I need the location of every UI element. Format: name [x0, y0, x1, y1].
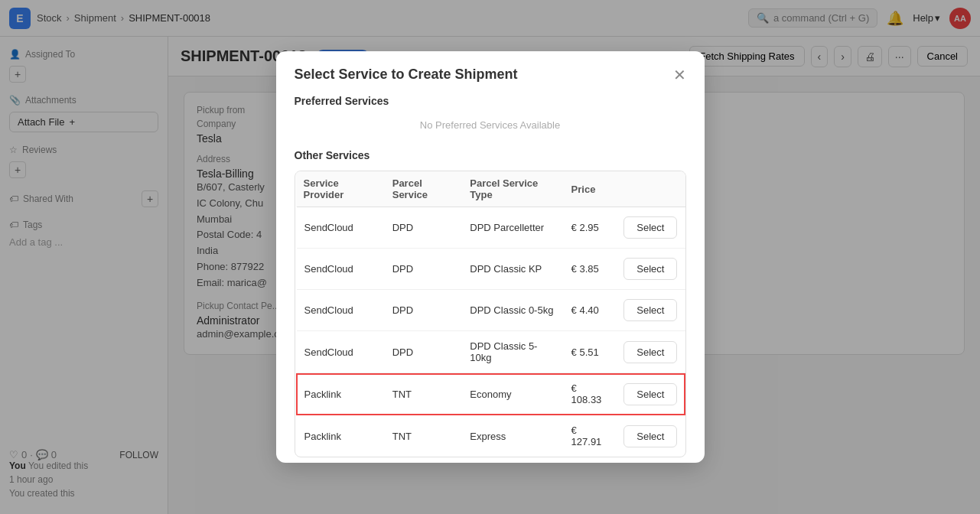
select-service-button[interactable]: Select [623, 425, 677, 447]
modal: Select Service to Create Shipment ✕ Pref… [276, 51, 705, 463]
table-row: SendCloudDPDDPD Classic KP€ 3.85Select [296, 249, 685, 290]
table-header: Service Provider Parcel Service Parcel S… [296, 171, 685, 207]
parcel-cell: DPD [385, 207, 463, 249]
services-table-wrapper: Service Provider Parcel Service Parcel S… [295, 171, 686, 457]
col-parcel-service-type: Parcel Service Type [462, 171, 563, 207]
provider-cell: SendCloud [296, 290, 385, 331]
modal-title: Select Service to Create Shipment [295, 67, 518, 83]
modal-header: Select Service to Create Shipment ✕ [276, 51, 705, 95]
action-cell: Select [616, 207, 685, 249]
type-cell: Express [462, 415, 563, 457]
col-parcel-service: Parcel Service [385, 171, 463, 207]
type-cell: DPD Classic KP [462, 249, 563, 290]
price-cell: € 127.91 [564, 415, 617, 457]
select-service-button[interactable]: Select [623, 299, 677, 321]
modal-close-button[interactable]: ✕ [673, 67, 686, 83]
action-cell: Select [616, 249, 685, 290]
price-cell: € 2.95 [564, 207, 617, 249]
modal-body: Preferred Services No Preferred Services… [276, 95, 705, 463]
type-cell: DPD Classic 0-5kg [462, 290, 563, 331]
services-table: Service Provider Parcel Service Parcel S… [295, 171, 685, 457]
other-services-label: Other Services [295, 149, 686, 161]
services-tbody: SendCloudDPDDPD Parcelletter€ 2.95Select… [296, 207, 685, 457]
type-cell: Economy [462, 373, 563, 415]
select-service-button[interactable]: Select [623, 383, 677, 405]
price-cell: € 3.85 [564, 249, 617, 290]
type-cell: DPD Classic 5-10kg [462, 331, 563, 373]
provider-cell: SendCloud [296, 249, 385, 290]
type-cell: DPD Parcelletter [462, 207, 563, 249]
select-service-button[interactable]: Select [623, 258, 677, 280]
price-cell: € 5.51 [564, 331, 617, 373]
col-service-provider: Service Provider [296, 171, 385, 207]
action-cell: Select [616, 331, 685, 373]
table-row: PacklinkTNTEconomy€ 108.33Select [296, 373, 685, 415]
action-cell: Select [616, 373, 685, 415]
no-preferred-message: No Preferred Services Available [295, 113, 686, 137]
parcel-cell: DPD [385, 290, 463, 331]
price-cell: € 108.33 [564, 373, 617, 415]
provider-cell: SendCloud [296, 331, 385, 373]
provider-cell: Packlink [296, 373, 385, 415]
table-row: SendCloudDPDDPD Classic 5-10kg€ 5.51Sele… [296, 331, 685, 373]
select-service-button[interactable]: Select [623, 341, 677, 363]
parcel-cell: DPD [385, 331, 463, 373]
col-action [616, 171, 685, 207]
preferred-services-label: Preferred Services [295, 95, 686, 107]
col-price: Price [564, 171, 617, 207]
price-cell: € 4.40 [564, 290, 617, 331]
modal-overlay[interactable]: Select Service to Create Shipment ✕ Pref… [0, 0, 980, 514]
provider-cell: SendCloud [296, 207, 385, 249]
action-cell: Select [616, 415, 685, 457]
select-service-button[interactable]: Select [623, 216, 677, 239]
parcel-cell: TNT [385, 373, 463, 415]
table-row: SendCloudDPDDPD Parcelletter€ 2.95Select [296, 207, 685, 249]
table-row: SendCloudDPDDPD Classic 0-5kg€ 4.40Selec… [296, 290, 685, 331]
table-row: PacklinkTNTExpress€ 127.91Select [296, 415, 685, 457]
provider-cell: Packlink [296, 415, 385, 457]
parcel-cell: DPD [385, 249, 463, 290]
action-cell: Select [616, 290, 685, 331]
parcel-cell: TNT [385, 415, 463, 457]
